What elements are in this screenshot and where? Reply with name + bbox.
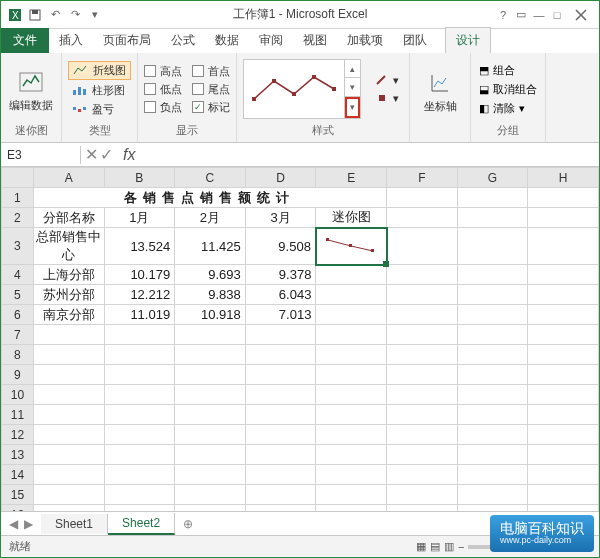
- row-head[interactable]: 4: [2, 265, 34, 285]
- cell[interactable]: 9.693: [175, 265, 246, 285]
- cell[interactable]: [457, 465, 528, 485]
- row-head[interactable]: 8: [2, 345, 34, 365]
- type-winloss-button[interactable]: 盈亏: [68, 101, 131, 118]
- cell[interactable]: [175, 385, 246, 405]
- row-head[interactable]: 11: [2, 405, 34, 425]
- cell[interactable]: [33, 385, 104, 405]
- tab-insert[interactable]: 插入: [49, 28, 93, 53]
- cell[interactable]: [104, 425, 175, 445]
- cell[interactable]: [175, 445, 246, 465]
- view-page-icon[interactable]: ▤: [430, 540, 440, 553]
- scroll-up-icon[interactable]: ▴: [345, 60, 360, 78]
- cell[interactable]: [457, 285, 528, 305]
- row-head[interactable]: 3: [2, 228, 34, 265]
- cell[interactable]: 9.508: [245, 228, 316, 265]
- cell[interactable]: [104, 485, 175, 505]
- cell[interactable]: [457, 345, 528, 365]
- view-break-icon[interactable]: ▥: [444, 540, 454, 553]
- cell[interactable]: [316, 345, 387, 365]
- zoom-out-icon[interactable]: −: [458, 541, 464, 553]
- cell[interactable]: [387, 228, 458, 265]
- maximize-icon[interactable]: □: [549, 7, 565, 23]
- cell[interactable]: [316, 305, 387, 325]
- redo-icon[interactable]: ↷: [67, 7, 83, 23]
- cell[interactable]: [245, 365, 316, 385]
- col-head-C[interactable]: C: [175, 168, 246, 188]
- cell[interactable]: [528, 365, 599, 385]
- cell[interactable]: [316, 385, 387, 405]
- cell[interactable]: [316, 365, 387, 385]
- cell[interactable]: [387, 285, 458, 305]
- cell[interactable]: [245, 425, 316, 445]
- cell[interactable]: [528, 285, 599, 305]
- cell[interactable]: [528, 445, 599, 465]
- cell[interactable]: [457, 188, 528, 208]
- fx-icon[interactable]: fx: [117, 146, 141, 164]
- cell[interactable]: 上海分部: [33, 265, 104, 285]
- cell[interactable]: [528, 325, 599, 345]
- cell[interactable]: [104, 465, 175, 485]
- cell[interactable]: [245, 345, 316, 365]
- formula-input[interactable]: [141, 153, 599, 157]
- cell[interactable]: [316, 445, 387, 465]
- name-box[interactable]: E3: [1, 146, 81, 164]
- cell[interactable]: [457, 445, 528, 465]
- check-last[interactable]: 尾点: [192, 82, 230, 97]
- check-first[interactable]: 首点: [192, 64, 230, 79]
- cell[interactable]: [387, 425, 458, 445]
- row-head[interactable]: 5: [2, 285, 34, 305]
- cell[interactable]: 13.524: [104, 228, 175, 265]
- minimize-icon[interactable]: —: [531, 7, 547, 23]
- scroll-down-icon[interactable]: ▾: [345, 78, 360, 96]
- close-icon[interactable]: [567, 5, 595, 25]
- cell[interactable]: [387, 305, 458, 325]
- cell[interactable]: [33, 345, 104, 365]
- cell[interactable]: 1月: [104, 208, 175, 228]
- undo-icon[interactable]: ↶: [47, 7, 63, 23]
- cell[interactable]: 11.019: [104, 305, 175, 325]
- cell[interactable]: 11.425: [175, 228, 246, 265]
- cell[interactable]: [528, 485, 599, 505]
- sparkline-color-button[interactable]: ▾: [371, 73, 403, 88]
- cell[interactable]: 2月: [175, 208, 246, 228]
- cell[interactable]: [457, 325, 528, 345]
- help-icon[interactable]: ?: [495, 7, 511, 23]
- cell[interactable]: [528, 385, 599, 405]
- style-preview[interactable]: [244, 60, 344, 118]
- cell[interactable]: 分部名称: [33, 208, 104, 228]
- check-high[interactable]: 高点: [144, 64, 182, 79]
- cell[interactable]: [175, 325, 246, 345]
- cell[interactable]: [528, 188, 599, 208]
- cancel-icon[interactable]: ✕: [85, 145, 98, 164]
- cell[interactable]: [387, 485, 458, 505]
- tab-addins[interactable]: 加载项: [337, 28, 393, 53]
- style-dropdown-icon[interactable]: ▾: [345, 97, 360, 118]
- cell[interactable]: [33, 445, 104, 465]
- col-head-D[interactable]: D: [245, 168, 316, 188]
- cell[interactable]: [245, 465, 316, 485]
- row-head[interactable]: 6: [2, 305, 34, 325]
- col-head-A[interactable]: A: [33, 168, 104, 188]
- cell[interactable]: [316, 425, 387, 445]
- cell[interactable]: [104, 325, 175, 345]
- tab-team[interactable]: 团队: [393, 28, 437, 53]
- cell[interactable]: [104, 345, 175, 365]
- cell[interactable]: 10.179: [104, 265, 175, 285]
- type-line-button[interactable]: 折线图: [68, 61, 131, 80]
- clear-button[interactable]: ◧清除▾: [477, 100, 539, 117]
- cell[interactable]: [528, 305, 599, 325]
- cell[interactable]: [316, 485, 387, 505]
- cell[interactable]: [175, 345, 246, 365]
- cell[interactable]: [387, 208, 458, 228]
- cell[interactable]: [104, 405, 175, 425]
- cell[interactable]: [528, 405, 599, 425]
- cell[interactable]: 总部销售中心: [33, 228, 104, 265]
- cell[interactable]: [387, 345, 458, 365]
- cell[interactable]: [33, 325, 104, 345]
- ribbon-display-icon[interactable]: ▭: [513, 7, 529, 23]
- cell[interactable]: [316, 465, 387, 485]
- cell[interactable]: 南京分部: [33, 305, 104, 325]
- cell[interactable]: [245, 405, 316, 425]
- cell[interactable]: [316, 405, 387, 425]
- cell[interactable]: 9.838: [175, 285, 246, 305]
